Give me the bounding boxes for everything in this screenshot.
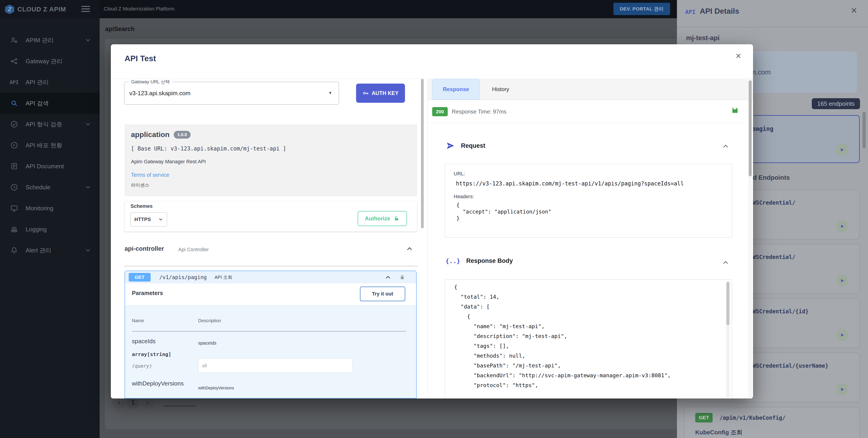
chevron-down-icon <box>85 121 91 128</box>
check-circle-icon <box>9 120 19 129</box>
sidebar: Z CLOUD Z APIM APIM 관리 Gateway 관리 API AP… <box>0 0 100 438</box>
api-icon: API <box>9 78 19 87</box>
sidebar-item-monitoring[interactable]: Monitoring <box>0 198 100 219</box>
try-it-out-button[interactable]: Try it out <box>360 287 405 301</box>
parameters-title: Parameters <box>132 290 163 296</box>
param-value-input[interactable] <box>198 359 352 373</box>
param-type: array[string] <box>132 351 171 357</box>
drawer-close-icon[interactable]: × <box>851 5 857 15</box>
request-url: https://v3-123.api.skapim.com/mj-test-ap… <box>456 180 684 187</box>
api-description: Apim Gateway Manager Rest API <box>131 159 206 165</box>
sidebar-item-label: API Document <box>26 163 64 170</box>
chevron-up-icon[interactable] <box>406 245 413 252</box>
test-endpoint-play-button[interactable] <box>836 144 848 156</box>
sidebar-item-api-deploy-status[interactable]: API 배포 현황 <box>0 135 100 156</box>
sidebar-item-label: Alert 관리 <box>26 246 52 255</box>
test-endpoint-play-button[interactable] <box>836 220 848 233</box>
endpoint-card[interactable]: GET /apim/v1/KubeConfig/ KubeConfig 조회 <box>684 407 860 438</box>
gateway-url-label: Gateway URL 선택 <box>129 79 172 85</box>
sidebar-item-alert-admin[interactable]: Alert 관리 <box>0 240 100 261</box>
save-response-icon[interactable] <box>731 106 739 114</box>
sidebar-item-label: Schedule <box>26 184 50 191</box>
tab-response[interactable]: Response <box>432 79 480 100</box>
app-title: application <box>131 130 169 139</box>
response-body-box: { "total": 14, "data": [ { "name": "mj-t… <box>445 279 732 399</box>
hamburger-menu-icon[interactable] <box>81 6 90 12</box>
param-description: withDeployVersions <box>198 386 234 391</box>
sidebar-item-schedule[interactable]: Schedule <box>0 177 100 198</box>
lock-icon[interactable] <box>399 274 406 281</box>
version-badge: 1.0.0 <box>174 131 191 139</box>
swagger-info-panel: application 1.0.0 [ Base URL: v3-123.api… <box>125 125 417 196</box>
tab-bar: Response History <box>428 78 753 100</box>
modal-close-icon[interactable]: × <box>736 51 741 61</box>
logs-icon <box>9 225 19 234</box>
response-json: { "total": 14, "data": [ { "name": "mj-t… <box>454 282 671 390</box>
auth-key-button[interactable]: AUTH KEY <box>356 83 405 103</box>
param-location: (query) <box>132 363 152 369</box>
unlock-icon <box>393 215 400 222</box>
brand-title: CLOUD Z APIM <box>18 6 66 13</box>
operation-summary: API 조회 <box>215 274 232 280</box>
sidebar-item-gateway-admin[interactable]: Gateway 관리 <box>0 51 100 72</box>
terms-of-service-link[interactable]: Terms of service <box>131 172 169 178</box>
scheme-select[interactable]: HTTPS <box>130 212 167 227</box>
clock-icon <box>9 183 19 192</box>
request-section-header[interactable]: Request <box>446 141 486 150</box>
share-nodes-icon <box>9 57 19 66</box>
license-label: 라이센스 <box>131 182 149 188</box>
url-label: URL: <box>454 171 465 177</box>
test-endpoint-play-button[interactable] <box>836 329 848 341</box>
operation-header[interactable]: GET /v1/apis/paging API 조회 <box>125 271 416 283</box>
response-time-text: Response Time: 97ms <box>452 108 506 115</box>
cloudz-logo-icon: Z <box>5 5 14 14</box>
send-icon <box>446 141 455 150</box>
monitor-icon <box>9 204 19 213</box>
sidebar-item-label: Logging <box>26 226 47 233</box>
gateway-url-value: v3-123.api.skapim.com <box>129 90 190 97</box>
authorize-button[interactable]: Authorize <box>358 211 407 226</box>
response-body-section-header[interactable]: {..} Response Body <box>445 257 513 264</box>
chevron-down-icon <box>85 247 91 254</box>
response-pane: Response History 200 Response Time: 97ms… <box>427 78 753 399</box>
search-icon <box>9 99 19 108</box>
controller-divider <box>124 266 418 266</box>
document-icon <box>9 162 19 171</box>
key-icon <box>363 90 369 96</box>
sidebar-item-api-admin[interactable]: API API 관리 <box>0 72 100 93</box>
chevron-up-icon[interactable] <box>722 259 729 266</box>
api-badge-icon: API <box>685 9 695 15</box>
sidebar-item-api-document[interactable]: API Document <box>0 156 100 177</box>
test-endpoint-play-button[interactable] <box>836 383 848 396</box>
gateway-url-select[interactable]: Gateway URL 선택 v3-123.api.skapim.com ▼ <box>124 82 339 105</box>
dev-portal-button[interactable]: DEV. PORTAL 관리 <box>613 3 670 15</box>
dropdown-arrow-icon: ▼ <box>328 91 332 96</box>
chevron-up-icon[interactable] <box>384 274 392 281</box>
inner-scroll-thumb[interactable] <box>726 282 730 325</box>
sidebar-item-label: API 배포 현황 <box>26 141 62 149</box>
param-name: withDeployVersions <box>132 380 184 387</box>
app-screen: Z CLOUD Z APIM APIM 관리 Gateway 관리 API AP… <box>0 0 868 438</box>
drawer-api-name: mj-test-api <box>686 34 720 42</box>
test-endpoint-play-button[interactable] <box>836 274 848 287</box>
sidebar-header: Z CLOUD Z APIM <box>0 0 100 18</box>
page-title: apiSearch <box>105 26 134 33</box>
braces-icon: {..} <box>445 257 460 264</box>
sidebar-item-label: Gateway 관리 <box>26 57 63 65</box>
sidebar-item-apim-admin[interactable]: APIM 관리 <box>0 30 100 51</box>
chevron-up-icon[interactable] <box>722 142 729 150</box>
sidebar-item-api-validation[interactable]: API 형식 검증 <box>0 114 100 135</box>
drawer-title: API Details <box>700 7 739 15</box>
drawer-scrollbar[interactable] <box>863 112 866 148</box>
sidebar-item-logging[interactable]: Logging <box>0 219 100 240</box>
endpoints-count-badge: 165 endpoints <box>812 98 860 109</box>
controller-name: api-controller <box>125 245 164 252</box>
tab-history[interactable]: History <box>485 78 516 100</box>
chevron-down-icon <box>158 217 163 222</box>
base-url: [ Base URL: v3-123.api.skapim.com/mj-tes… <box>131 145 286 152</box>
sidebar-item-api-search[interactable]: API 검색 <box>0 93 100 114</box>
modal-title: API Test <box>125 54 156 63</box>
pane-scroll-thumb[interactable] <box>749 80 752 176</box>
sidebar-item-label: APIM 관리 <box>26 36 54 44</box>
left-pane-scrollbar[interactable] <box>421 79 424 228</box>
